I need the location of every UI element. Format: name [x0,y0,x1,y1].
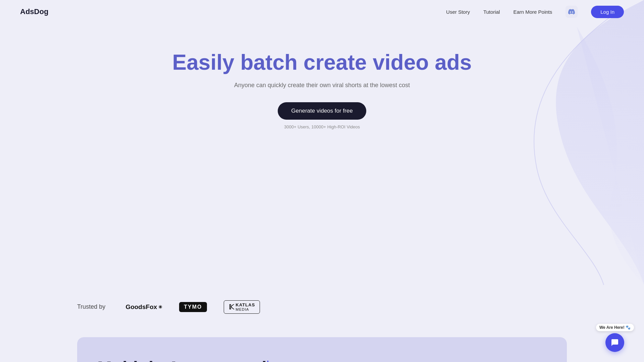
hero-title: Easily batch create video ads [0,50,644,75]
brand-logos-container: GoodsFox✳ TYMO 𝕂 KATLAS MEDIA [125,300,260,314]
katlas-top-text: KATLAS [236,303,255,307]
katlas-text-block: KATLAS MEDIA [236,303,255,311]
hero-section: Easily batch create video ads Anyone can… [0,23,644,129]
chat-open-button[interactable] [605,333,624,352]
goodsfox-text: GoodsFox [125,303,157,311]
chat-label: We Are Here! 🐾 [596,324,634,331]
chat-label-text: We Are Here! 🐾 [599,325,631,330]
hero-subtitle: Anyone can quickly create their own vira… [0,82,644,89]
chat-widget: We Are Here! 🐾 [596,324,634,352]
tymo-text: TYMO [184,304,202,310]
katlas-k-icon: 𝕂 [229,303,234,311]
brand-katlas: 𝕂 KATLAS MEDIA [224,300,260,314]
brand-goodsfox: GoodsFox✳ [125,303,162,311]
nav-tutorial[interactable]: Tutorial [483,9,500,15]
navbar: AdsDog User Story Tutorial Earn More Poi… [0,0,644,23]
bottom-section-title: Multiple Avatars and [97,357,547,362]
trusted-by-label: Trusted by [77,303,105,310]
chat-bubble-icon [611,339,619,347]
bottom-title-text: Multiple Avatars and [97,358,267,362]
logo[interactable]: AdsDog [20,7,48,16]
discord-icon-button[interactable] [566,6,578,18]
video-preview-area [171,143,473,284]
nav-links: User Story Tutorial Earn More Points Log… [446,6,624,18]
text-cursor [267,361,268,362]
katlas-bottom-text: MEDIA [236,307,255,311]
nav-earn-more-points[interactable]: Earn More Points [513,9,552,15]
hero-stats: 3000+ Users, 10000+ High-ROI Videos [0,124,644,129]
generate-videos-button[interactable]: Generate videos for free [278,102,366,120]
trusted-by-section: Trusted by GoodsFox✳ TYMO 𝕂 KATLAS MEDIA [0,284,644,330]
login-button[interactable]: Log In [591,6,624,18]
nav-user-story[interactable]: User Story [446,9,470,15]
goodsfox-star: ✳ [158,304,162,310]
brand-tymo: TYMO [179,302,207,312]
bottom-feature-section: Multiple Avatars and [77,337,567,362]
